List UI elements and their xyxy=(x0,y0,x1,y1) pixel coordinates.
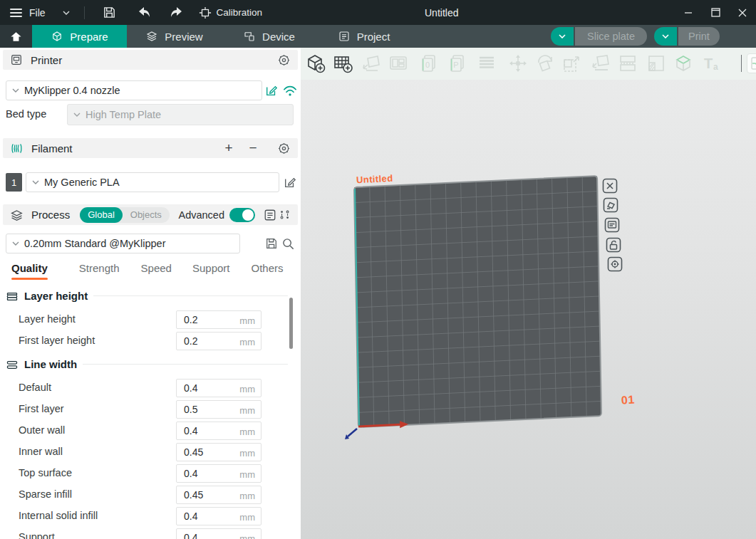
undo-icon[interactable] xyxy=(133,2,155,23)
filament-settings-gear-icon[interactable] xyxy=(277,142,291,155)
tab-support[interactable]: Support xyxy=(192,262,230,280)
home-button[interactable] xyxy=(0,25,32,48)
param-row-support: Support mm xyxy=(0,528,301,539)
parameter-tabs: Quality Strength Speed Support Others xyxy=(0,262,288,280)
param-value-input[interactable] xyxy=(177,382,227,394)
plate-name-label[interactable]: Untitled xyxy=(356,173,393,186)
printer-settings-gear-icon[interactable] xyxy=(277,53,291,67)
calibration-button[interactable]: Calibration xyxy=(199,6,263,19)
process-preset-dropdown[interactable]: 0.20mm Standard @MyKlipper xyxy=(6,234,240,253)
slice-plate-button[interactable]: Slice plate xyxy=(575,27,647,46)
tab-strength[interactable]: Strength xyxy=(79,262,120,280)
print-dropdown-button[interactable] xyxy=(654,27,677,46)
scale-tool-icon[interactable] xyxy=(561,53,583,74)
project-icon xyxy=(338,30,351,43)
scope-global-button[interactable]: Global xyxy=(80,207,123,223)
bed-type-value: High Temp Plate xyxy=(86,109,161,120)
plate-gear-icon[interactable] xyxy=(607,256,623,272)
param-field[interactable]: mm xyxy=(176,332,262,350)
add-plate-icon[interactable] xyxy=(332,53,353,74)
edit-filament-icon[interactable] xyxy=(284,176,296,189)
slice-plate-button-group: Slice plate xyxy=(551,27,647,46)
lock-plate-icon[interactable] xyxy=(606,237,621,253)
file-menu-chevron-icon[interactable] xyxy=(63,11,70,15)
edit-printer-icon[interactable] xyxy=(265,84,278,97)
param-value-input[interactable] xyxy=(177,314,227,325)
build-plate[interactable] xyxy=(301,48,756,539)
mesh-boolean-icon[interactable] xyxy=(673,53,694,74)
printer-preset-dropdown[interactable]: MyKlipper 0.4 nozzle xyxy=(6,80,262,100)
param-field[interactable]: mm xyxy=(176,507,262,525)
plate-settings-icon[interactable] xyxy=(604,217,620,233)
tab-device-label: Device xyxy=(262,31,295,43)
delete-plate-icon[interactable] xyxy=(602,178,618,194)
chevron-down-icon xyxy=(12,88,19,93)
viewport-3d[interactable]: Untitled 01 0 P Ta xyxy=(301,48,756,539)
menu-icon[interactable] xyxy=(10,9,22,17)
wifi-icon[interactable] xyxy=(283,85,297,97)
param-field[interactable]: mm xyxy=(176,310,262,329)
maximize-button[interactable] xyxy=(702,0,729,25)
arrange-plate-icon[interactable] xyxy=(603,197,618,213)
cut-tool-icon[interactable] xyxy=(617,53,638,74)
file-menu[interactable]: File xyxy=(29,7,46,19)
seam-paint-icon[interactable] xyxy=(747,53,756,73)
param-field[interactable]: mm xyxy=(176,400,262,419)
tab-preview[interactable]: Preview xyxy=(127,25,222,48)
tab-quality[interactable]: Quality xyxy=(11,262,48,280)
rotate-tool-icon[interactable] xyxy=(534,53,556,74)
move-tool-icon[interactable] xyxy=(507,53,529,74)
param-field[interactable]: mm xyxy=(176,528,262,539)
parameter-table-icon[interactable] xyxy=(264,209,276,221)
tab-prepare[interactable]: Prepare xyxy=(32,25,127,48)
param-value-input[interactable] xyxy=(177,425,227,436)
parameter-tune-icon[interactable] xyxy=(279,209,291,221)
filament-icon xyxy=(10,142,24,155)
text-tool-icon[interactable]: Ta xyxy=(701,53,723,74)
print-button[interactable]: Print xyxy=(678,27,720,46)
save-preset-icon[interactable] xyxy=(265,237,278,250)
lay-on-face-icon[interactable] xyxy=(590,53,611,74)
redo-icon[interactable] xyxy=(166,2,187,23)
bed-type-dropdown[interactable]: High Temp Plate xyxy=(67,104,294,125)
param-value-input[interactable] xyxy=(177,446,227,458)
tab-others[interactable]: Others xyxy=(252,262,284,280)
scope-objects-button[interactable]: Objects xyxy=(123,207,170,223)
param-value-input[interactable] xyxy=(177,511,227,522)
param-field[interactable]: mm xyxy=(176,486,262,504)
paste-object-icon[interactable]: P xyxy=(447,53,469,74)
chevron-down-icon xyxy=(12,241,19,246)
param-field[interactable]: mm xyxy=(176,464,262,483)
add-filament-button[interactable]: + xyxy=(220,140,237,156)
search-icon[interactable] xyxy=(281,237,295,251)
param-row-default: Default mm xyxy=(0,379,301,397)
clone-object-icon[interactable]: 0 xyxy=(419,53,440,74)
close-button[interactable] xyxy=(729,0,756,25)
save-icon[interactable] xyxy=(99,2,120,23)
param-value-input[interactable] xyxy=(177,532,227,539)
param-field[interactable]: mm xyxy=(176,422,262,440)
split-objects-icon[interactable] xyxy=(388,53,409,74)
filament-slot-badge[interactable]: 1 xyxy=(6,173,22,192)
tab-project[interactable]: Project xyxy=(316,25,411,48)
param-value-input[interactable] xyxy=(177,489,227,501)
add-object-icon[interactable] xyxy=(305,53,326,74)
layers-list-icon[interactable] xyxy=(476,53,497,74)
param-value-input[interactable] xyxy=(177,335,227,347)
advanced-toggle[interactable] xyxy=(229,208,255,222)
slice-dropdown-button[interactable] xyxy=(551,27,574,46)
param-field[interactable]: mm xyxy=(176,443,262,461)
param-value-input[interactable] xyxy=(177,404,227,415)
tab-device[interactable]: Device xyxy=(222,25,316,48)
remove-filament-button[interactable]: − xyxy=(244,140,262,156)
param-field[interactable]: mm xyxy=(176,379,262,397)
auto-orient-icon[interactable] xyxy=(361,53,382,74)
minimize-button[interactable] xyxy=(675,0,702,25)
sidebar-scrollbar[interactable] xyxy=(289,298,293,349)
bed-type-label: Bed type xyxy=(6,108,46,120)
filament-preset-dropdown[interactable]: My Generic PLA xyxy=(26,172,279,192)
print-button-group: Print xyxy=(654,27,720,46)
param-value-input[interactable] xyxy=(177,468,227,479)
support-paint-icon[interactable] xyxy=(646,53,667,74)
tab-speed[interactable]: Speed xyxy=(141,262,172,280)
